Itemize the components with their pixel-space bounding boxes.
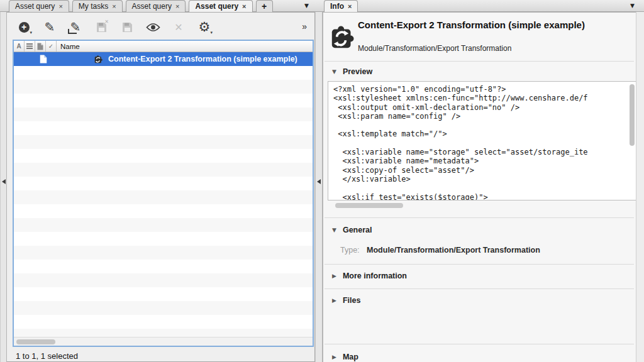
toolbar-overflow-button[interactable]: » [302, 21, 307, 31]
tab-info[interactable]: Info × [324, 0, 358, 12]
column-header-document-icon[interactable] [35, 41, 46, 52]
settings-button[interactable]: ⚙ ▾ [196, 19, 213, 35]
code-line: <xsl:copy-of select="asset"/> [333, 166, 628, 175]
divider [325, 264, 634, 265]
new-tab-button[interactable]: + [256, 0, 273, 12]
right-panel-scroll-gutter[interactable] [636, 12, 644, 362]
new-asset-button[interactable]: + ▾ [16, 19, 32, 35]
code-line: <?xml version="1.0" encoding="utf-8"?> [333, 85, 628, 94]
tab-asset-query-1[interactable]: Asset query × [9, 0, 69, 12]
tab-overflow-dropdown-icon[interactable]: ▼ [304, 3, 309, 9]
divider [325, 288, 634, 289]
close-icon[interactable]: × [112, 3, 116, 10]
scrollbar-thumb[interactable] [335, 203, 403, 208]
code-line: </xsl:variable> [333, 175, 628, 184]
code-line [333, 184, 628, 192]
disclosure-open-icon[interactable]: ▼ [332, 69, 336, 75]
table-row-selected[interactable]: Content-Export 2 Transformation (simple … [14, 52, 313, 66]
save-button-disabled[interactable] [119, 19, 135, 35]
xml-preview-box[interactable]: <?xml version="1.0" encoding="utf-8"?> <… [328, 81, 637, 200]
section-files[interactable]: ▶ Files [332, 296, 360, 305]
type-field: Type: Module/Transformation/Export Trans… [340, 246, 540, 255]
tab-label: Asset query [132, 2, 172, 11]
column-header-type-icon[interactable]: A [14, 41, 25, 52]
section-label: Preview [343, 67, 372, 76]
collapse-arrow-icon[interactable] [317, 179, 321, 184]
tab-label: Asset query [195, 2, 238, 11]
code-line: <xsl:param name="config" /> [333, 112, 628, 121]
code-line [333, 121, 628, 129]
list-icon [26, 43, 33, 49]
tab-asset-query-2[interactable]: Asset query × [126, 0, 186, 12]
empty-table-rows[interactable] [14, 66, 313, 337]
panel-dropdown-icon[interactable]: ▼ [630, 3, 635, 9]
pencil-icon: ✎ [45, 19, 55, 35]
tab-asset-query-3-active[interactable]: Asset query × [189, 0, 252, 12]
type-field-label: Type: [340, 246, 360, 255]
table-header-row: A ✓ Name [14, 41, 313, 52]
close-icon[interactable]: × [242, 3, 246, 10]
left-splitter[interactable] [0, 12, 7, 362]
asset-type-subtitle: Module/Transformation/Export Transformat… [358, 44, 511, 53]
right-tab-bar: Info × ▼ [322, 0, 644, 12]
section-more-information[interactable]: ▶ More information [332, 272, 407, 280]
close-icon[interactable]: × [175, 3, 179, 10]
tab-my-tasks[interactable]: My tasks × [72, 0, 123, 12]
document-icon [40, 55, 47, 63]
section-map[interactable]: ▶ Map [332, 353, 358, 361]
column-header-name[interactable]: Name [57, 41, 313, 52]
section-label: Map [343, 353, 358, 361]
close-icon[interactable]: × [58, 3, 62, 10]
gear-icon: ⚙ [199, 19, 211, 35]
plus-icon: + [262, 1, 267, 11]
transformation-icon [94, 54, 104, 64]
code-line: <xsl:stylesheet xmlns:cen-func="http://w… [333, 94, 628, 102]
disclosure-closed-icon[interactable]: ▶ [332, 273, 336, 279]
asset-title: Content-Export 2 Transformation (simple … [358, 19, 609, 31]
close-icon[interactable]: × [348, 3, 352, 10]
transformation-icon-large [329, 22, 358, 51]
disclosure-closed-icon[interactable]: ▶ [332, 297, 336, 304]
scrollbar-thumb[interactable] [16, 339, 55, 344]
tab-label: Info [330, 2, 344, 11]
divider [325, 217, 634, 218]
code-line: <xsl:if test="exists($storage)"> [333, 193, 628, 200]
code-horizontal-scrollbar[interactable] [328, 202, 637, 209]
center-splitter[interactable] [315, 12, 323, 362]
section-label: More information [343, 272, 407, 280]
asset-toolbar: + ▾ ✎ ✎ ✕ [16, 16, 213, 38]
code-vertical-scrollbar-thumb[interactable] [630, 84, 635, 146]
type-field-value: Module/Transformation/Export Transformat… [367, 246, 540, 255]
divider [325, 344, 634, 344]
column-header-list-icon[interactable] [25, 41, 35, 52]
view-button[interactable] [145, 19, 161, 35]
code-line: <xsl:variable name="storage" select="ass… [333, 148, 628, 156]
code-line: <xsl:template match="/"> [333, 129, 628, 138]
asset-result-table: A ✓ Name [13, 40, 314, 347]
section-general[interactable]: ▼ General [332, 226, 372, 234]
collapse-arrow-icon[interactable] [2, 179, 6, 184]
plus-circle-icon: + [19, 22, 30, 33]
table-horizontal-scrollbar[interactable] [14, 337, 313, 346]
asset-query-panel: + ▾ ✎ ✎ ✕ [7, 12, 315, 362]
left-tab-bar: Asset query × My tasks × Asset query × A… [0, 0, 322, 12]
code-line: <xsl:variable name="metadata"> [333, 156, 628, 165]
eye-icon [146, 23, 160, 32]
x-badge-icon: ✕ [104, 19, 109, 25]
edit-button[interactable]: ✎ [42, 19, 58, 35]
column-header-check-icon[interactable]: ✓ [46, 41, 57, 52]
tab-label: My tasks [79, 2, 108, 11]
delete-button-disabled[interactable]: ✕ [170, 19, 187, 35]
disclosure-closed-icon[interactable]: ▶ [332, 354, 336, 360]
code-line [333, 139, 628, 148]
floppy-disk-icon [121, 21, 133, 33]
section-preview[interactable]: ▼ Preview [332, 67, 372, 76]
save-discard-button-disabled[interactable]: ✕ [93, 19, 109, 35]
section-label: General [343, 226, 372, 234]
edit-metadata-button[interactable]: ✎ [67, 19, 84, 35]
caret-down-icon: ▾ [210, 30, 213, 35]
tab-label: Asset query [15, 2, 55, 11]
disclosure-open-icon[interactable]: ▼ [332, 227, 336, 233]
caret-down-icon: ▾ [30, 30, 32, 35]
code-line: <xsl:output omit-xml-declaration="no" /> [333, 103, 628, 112]
